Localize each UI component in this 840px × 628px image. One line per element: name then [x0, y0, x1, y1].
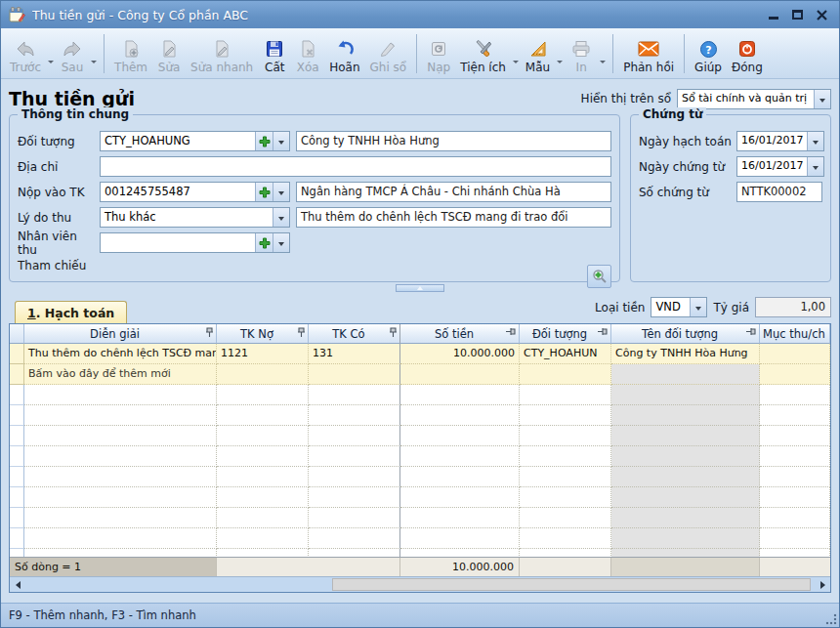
chevron-down-icon[interactable] [690, 298, 706, 316]
pin-horizontal-icon[interactable] [746, 327, 757, 336]
column-header-ten-doi-tuong[interactable]: Tên đối tượng [611, 324, 760, 344]
chevron-down-icon[interactable] [807, 132, 823, 150]
empty-cell[interactable] [760, 364, 830, 385]
reason-combo[interactable]: Thu khác [100, 207, 290, 228]
toolbar-button-undo[interactable]: Hoãn [324, 30, 364, 77]
minimize-button[interactable] [769, 11, 778, 20]
tab-hach-toan[interactable]: 1. Hạch toán [15, 301, 127, 323]
grid-empty-row[interactable] [10, 385, 830, 405]
maximize-button[interactable] [792, 10, 803, 20]
chevron-down-icon[interactable] [807, 157, 823, 176]
empty-cell[interactable] [309, 364, 400, 385]
pin-horizontal-icon[interactable] [506, 327, 517, 336]
statusbar: F9 - Thêm nhanh, F3 - Tìm nhanh [1, 603, 839, 627]
cell-dien-giai[interactable]: Thu thêm do chênh lệch TSCĐ mang đi [24, 344, 217, 364]
cell-doi-tuong[interactable]: CTY_HOAHUN [520, 344, 611, 364]
deposit-account-label: Nộp vào TK [18, 186, 100, 199]
column-header-doi-tuong[interactable]: Đối tượng [520, 324, 611, 344]
arrow-left-icon [15, 37, 36, 61]
currency-select[interactable]: VND [651, 297, 707, 317]
add-new-cell[interactable]: Bấm vào đây để thêm mới [24, 364, 217, 385]
arrow-right-icon [62, 37, 83, 61]
scroll-right-arrow-icon[interactable] [815, 577, 830, 592]
add-plus-icon[interactable] [255, 132, 273, 150]
grid-empty-row[interactable] [10, 528, 830, 549]
empty-cell[interactable] [400, 364, 520, 385]
show-on-ledger-select[interactable]: Sổ tài chính và quản trị [677, 89, 831, 109]
resize-grip[interactable] [825, 613, 837, 625]
show-on-ledger-label: Hiển thị trên sổ [581, 92, 671, 105]
grid-data-row[interactable]: Thu thêm do chênh lệch TSCĐ mang đi 1121… [10, 344, 830, 364]
grid-empty-row[interactable] [10, 549, 830, 557]
column-header-so-tien[interactable]: Số tiền [400, 324, 520, 344]
toolbar-button-save[interactable]: Cất [258, 30, 291, 77]
document-number-field[interactable]: NTTK00002 [736, 182, 822, 202]
template-dropdown-caret-icon[interactable] [555, 30, 565, 77]
chevron-down-icon[interactable] [273, 132, 289, 150]
row-selector[interactable] [10, 364, 24, 385]
chevron-down-icon[interactable] [273, 183, 289, 201]
cell-tk-co[interactable]: 131 [309, 344, 400, 364]
customer-name-field[interactable]: Công ty TNHH Hòa Hưng [296, 131, 611, 151]
toolbar-button-delete: Xóa [291, 30, 324, 77]
grid-empty-row[interactable] [10, 446, 830, 467]
row-selector-header[interactable] [10, 324, 24, 344]
horizontal-scrollbar[interactable] [10, 576, 830, 592]
scroll-left-arrow-icon[interactable] [10, 577, 25, 592]
column-header-muc-thu-chi[interactable]: Mục thu/ch [760, 324, 830, 344]
chevron-down-icon[interactable] [273, 233, 289, 252]
toolbar-button-next: Sau [56, 30, 89, 77]
add-plus-icon[interactable] [255, 233, 273, 252]
posting-date-picker[interactable]: 16/01/2017 [736, 131, 824, 151]
footer-empty-cell [520, 558, 611, 576]
envelope-icon [638, 37, 659, 61]
previous-dropdown-caret-icon [46, 30, 56, 77]
toolbar-button-help[interactable]: ? Giúp [690, 30, 727, 77]
grid-add-new-row[interactable]: Bấm vào đây để thêm mới [10, 364, 830, 385]
cell-muc-thu-chi[interactable] [760, 344, 830, 364]
row-selector[interactable] [10, 344, 24, 364]
deposit-account-combo[interactable]: 001245755487 [100, 182, 290, 202]
grid-empty-row[interactable] [10, 487, 830, 508]
toolbar-button-utilities[interactable]: Tiện ích [455, 30, 511, 77]
toolbar-button-feedback[interactable]: Phản hồi [618, 30, 679, 77]
add-plus-icon[interactable] [255, 183, 273, 201]
pin-icon[interactable] [297, 327, 306, 338]
address-label: Địa chỉ [18, 160, 100, 174]
address-field[interactable] [100, 156, 611, 177]
reason-description-field[interactable]: Thu thêm do chênh lệch TSCĐ mang đi trao… [296, 207, 611, 228]
scrollbar-thumb[interactable] [332, 578, 811, 591]
collector-combo[interactable] [100, 232, 290, 253]
cell-ten-doi-tuong[interactable]: Công ty TNHH Hòa Hưng [611, 344, 760, 364]
column-header-tk-no[interactable]: TK Nợ [217, 324, 309, 344]
document-quick-edit-icon [213, 37, 231, 61]
customer-code-combo[interactable]: CTY_HOAHUNG [100, 131, 290, 151]
toolbar-separator [104, 34, 105, 73]
reference-lookup-button[interactable] [587, 265, 611, 288]
chevron-down-icon[interactable] [814, 90, 830, 108]
grid-empty-row[interactable] [10, 467, 830, 487]
titlebar: Thu tiền gửi - Công ty Cổ phần ABC [1, 1, 839, 28]
utilities-dropdown-caret-icon[interactable] [511, 30, 521, 77]
pin-icon[interactable] [389, 327, 398, 338]
column-header-tk-co[interactable]: TK Có [309, 324, 400, 344]
close-button[interactable] [817, 10, 827, 21]
pin-horizontal-icon[interactable] [598, 327, 609, 336]
empty-cell[interactable] [217, 364, 309, 385]
toolbar-button-close-form[interactable]: Đóng [727, 30, 768, 77]
cell-so-tien[interactable]: 10.000.000 [400, 344, 520, 364]
toolbar-button-template[interactable]: Mẫu [521, 30, 555, 77]
grid-empty-row[interactable] [10, 405, 830, 426]
toolbar-button-edit: Sửa [152, 30, 186, 77]
empty-cell[interactable] [611, 364, 760, 385]
grid-empty-row[interactable] [10, 508, 830, 528]
grid-empty-row[interactable] [10, 426, 830, 446]
column-header-dien-giai[interactable]: Diễn giải [24, 324, 217, 344]
pin-icon[interactable] [205, 327, 214, 338]
document-date-picker[interactable]: 16/01/2017 [736, 156, 824, 177]
cell-tk-no[interactable]: 1121 [217, 344, 309, 364]
chevron-down-icon[interactable] [273, 208, 289, 227]
bank-name-field[interactable]: Ngân hàng TMCP Á Châu - Chi nhánh Chùa H… [296, 182, 611, 202]
svg-text:?: ? [705, 43, 711, 56]
empty-cell[interactable] [520, 364, 611, 385]
